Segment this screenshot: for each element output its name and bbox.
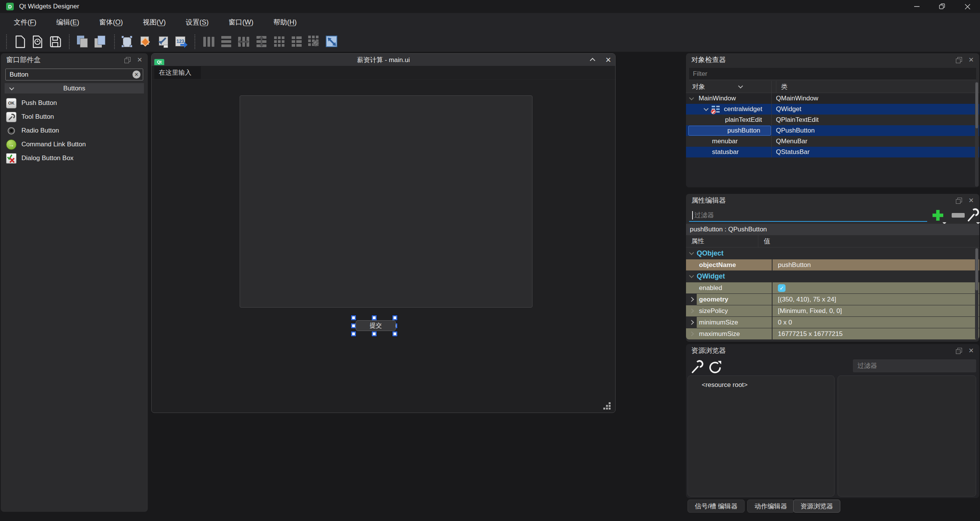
- widget-item-push-button[interactable]: OK Push Button: [1, 96, 148, 110]
- resource-preview-pane[interactable]: [838, 375, 976, 496]
- tree-row-statusbar[interactable]: statusbar QStatusBar: [686, 147, 979, 157]
- widget-item-radio-button[interactable]: Radio Button: [1, 124, 148, 138]
- tree-column-header[interactable]: 对象 类: [686, 81, 979, 93]
- qt-designer-window: D Qt Widgets Designer 文件(F) 编辑(E) 窗体(O) …: [0, 0, 980, 521]
- widget-search-input[interactable]: [6, 71, 132, 79]
- resize-grip[interactable]: [602, 401, 611, 410]
- layout-vertical-icon[interactable]: [217, 33, 235, 50]
- edit-widgets-icon[interactable]: [119, 33, 137, 50]
- inspector-scrollbar[interactable]: [975, 82, 978, 187]
- menu-window[interactable]: 窗口(W): [219, 13, 263, 31]
- lower-widget-icon[interactable]: [92, 33, 109, 50]
- menu-form[interactable]: 窗体(O): [89, 13, 133, 31]
- tab-signal-slot-editor[interactable]: 信号/槽 编辑器: [688, 500, 745, 513]
- property-row-sizepolicy[interactable]: sizePolicy [Minimum, Fixed, 0, 0]: [686, 305, 979, 316]
- property-group-qwidget[interactable]: QWidget: [686, 270, 979, 282]
- enabled-checkbox[interactable]: ✓: [778, 284, 786, 292]
- layout-grid-icon[interactable]: [270, 33, 288, 50]
- menu-help[interactable]: 帮助(H): [263, 13, 307, 31]
- resize-handle-sw[interactable]: [351, 331, 356, 336]
- resource-filter-box: [853, 359, 976, 372]
- expand-chevron-icon[interactable]: [686, 317, 697, 328]
- property-row-maximumsize[interactable]: maximumSize 16777215 x 16777215: [686, 328, 979, 339]
- add-property-button[interactable]: [931, 208, 946, 224]
- property-group-qobject[interactable]: QObject: [686, 247, 979, 259]
- tree-row-centralwidget[interactable]: centralwidget QWidget: [686, 104, 979, 115]
- inspector-filter-box: [689, 68, 976, 80]
- tree-row-menubar[interactable]: menubar QMenuBar: [686, 136, 979, 147]
- splitter-horizontal-icon[interactable]: [235, 33, 253, 50]
- remove-property-button[interactable]: [952, 213, 965, 218]
- close-button[interactable]: [955, 0, 980, 13]
- form-title: 薪资计算 - main.ui: [357, 56, 410, 64]
- resize-handle-se[interactable]: [392, 331, 397, 336]
- tree-row-plaintextedit[interactable]: plainTextEdit QPlainTextEdit: [686, 115, 979, 125]
- menu-file[interactable]: 文件(F): [4, 13, 46, 31]
- save-form-icon[interactable]: [47, 33, 64, 50]
- restore-button[interactable]: [929, 0, 955, 13]
- menu-edit[interactable]: 编辑(E): [46, 13, 89, 31]
- resize-handle-s[interactable]: [372, 331, 377, 336]
- tab-action-editor[interactable]: 动作编辑器: [747, 500, 794, 513]
- edit-buddies-icon[interactable]: [155, 33, 172, 50]
- property-row-geometry[interactable]: geometry [(350, 410), 75 x 24]: [686, 293, 979, 305]
- property-row-enabled[interactable]: enabled ✓: [686, 282, 979, 293]
- menu-settings[interactable]: 设置(S): [176, 13, 219, 31]
- close-form-icon[interactable]: ✕: [605, 56, 611, 64]
- form-title-bar[interactable]: Qt 薪资计算 - main.ui ✕: [152, 54, 615, 66]
- expand-chevron-icon[interactable]: [686, 294, 697, 305]
- property-value: 0 x 0: [772, 317, 979, 328]
- property-column-header[interactable]: 属性 值: [686, 235, 979, 247]
- edit-resources-wrench-icon[interactable]: [691, 360, 704, 374]
- tree-row-mainwindow[interactable]: MainWindow QMainWindow: [686, 93, 979, 104]
- tree-row-pushbutton[interactable]: pushButton QPushButton: [686, 125, 979, 136]
- float-panel-icon[interactable]: [956, 348, 962, 354]
- break-layout-icon[interactable]: [305, 33, 323, 50]
- widget-item-command-link-button[interactable]: → Command Link Button: [1, 138, 148, 151]
- edit-tab-order-icon[interactable]: 123: [172, 33, 190, 50]
- edit-signals-slots-icon[interactable]: [137, 33, 155, 50]
- close-panel-icon[interactable]: ✕: [969, 57, 974, 63]
- close-panel-icon[interactable]: ✕: [137, 57, 142, 63]
- raise-widget-icon[interactable]: [74, 33, 92, 50]
- menu-view[interactable]: 视图(V): [133, 13, 176, 31]
- resize-handle-ne[interactable]: [392, 315, 397, 320]
- resize-handle-nw[interactable]: [351, 315, 356, 320]
- menu-type-here[interactable]: 在这里输入: [154, 66, 201, 79]
- resize-handle-n[interactable]: [372, 315, 377, 320]
- category-buttons[interactable]: Buttons: [5, 83, 144, 93]
- splitter-vertical-icon[interactable]: [253, 33, 270, 50]
- float-panel-icon[interactable]: [124, 57, 130, 63]
- property-scrollbar[interactable]: [975, 248, 978, 339]
- tool-bar: 123: [0, 31, 980, 52]
- clear-search-icon[interactable]: ✕: [132, 70, 140, 79]
- layout-horizontal-icon[interactable]: [200, 33, 217, 50]
- widget-item-tool-button[interactable]: Tool Button: [1, 110, 148, 124]
- open-form-icon[interactable]: [29, 33, 47, 50]
- minimize-button[interactable]: [904, 0, 929, 13]
- resource-root-item[interactable]: <resource root>: [688, 376, 834, 389]
- property-row-objectname[interactable]: objectName pushButton: [686, 259, 979, 270]
- resource-filter-input[interactable]: [853, 362, 976, 370]
- widget-item-dialog-button-box[interactable]: Dialog Button Box: [1, 151, 148, 165]
- reload-resources-icon[interactable]: [708, 360, 723, 375]
- close-panel-icon[interactable]: ✕: [969, 347, 974, 354]
- collapse-form-icon[interactable]: [590, 58, 595, 63]
- property-row-minimumsize[interactable]: minimumSize 0 x 0: [686, 316, 979, 328]
- property-settings-wrench-icon[interactable]: [966, 208, 979, 222]
- plain-text-edit-widget[interactable]: [240, 95, 532, 308]
- layout-form-icon[interactable]: [288, 33, 305, 50]
- resource-tree-pane[interactable]: <resource root>: [688, 375, 835, 496]
- float-panel-icon[interactable]: [956, 198, 962, 203]
- property-filter-input[interactable]: [689, 211, 927, 219]
- new-form-icon[interactable]: [11, 33, 29, 50]
- inspector-filter-input[interactable]: [689, 70, 976, 78]
- close-panel-icon[interactable]: ✕: [969, 197, 974, 204]
- wrench-icon: [6, 112, 16, 122]
- float-panel-icon[interactable]: [956, 57, 962, 63]
- tab-resource-browser[interactable]: 资源浏览器: [793, 500, 840, 513]
- property-value: pushButton: [772, 259, 979, 270]
- submit-push-button[interactable]: 提交: [356, 320, 396, 331]
- adjust-size-icon[interactable]: [323, 33, 341, 50]
- text-caret: [692, 211, 693, 220]
